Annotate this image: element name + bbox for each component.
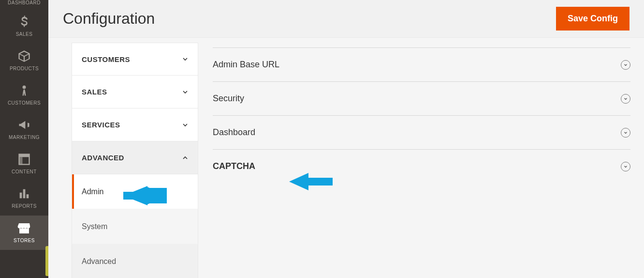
svg-rect-2	[19, 157, 23, 164]
store-icon	[17, 221, 31, 235]
svg-rect-1	[19, 154, 29, 157]
config-group-customers[interactable]: CUSTOMERS	[72, 43, 198, 76]
section-title: Admin Base URL	[213, 60, 279, 70]
nav-label: PRODUCTS	[0, 66, 48, 71]
chevron-up-icon	[181, 154, 189, 162]
nav-label: CONTENT	[0, 169, 48, 174]
expand-icon	[621, 128, 630, 138]
chevron-down-icon	[181, 121, 189, 129]
bars-icon	[17, 187, 31, 201]
nav-item-content[interactable]: CONTENT	[0, 147, 48, 181]
svg-rect-4	[23, 189, 26, 199]
section-dashboard[interactable]: Dashboard	[213, 115, 630, 149]
page-title: Configuration	[63, 10, 155, 28]
nav-item-customers[interactable]: CUSTOMERS	[0, 78, 48, 112]
config-group-label: ADVANCED	[82, 154, 124, 162]
section-admin-base-url[interactable]: Admin Base URL	[213, 47, 630, 81]
section-title: Dashboard	[213, 127, 255, 138]
nav-label: MARKETING	[0, 135, 48, 140]
admin-left-nav: DASHBOARD SALES PRODUCTS CUSTOMERS MARKE…	[0, 0, 48, 278]
person-icon	[17, 84, 31, 97]
chevron-down-icon	[181, 55, 189, 63]
nav-label: REPORTS	[0, 203, 48, 209]
config-tab-advanced[interactable]: Advanced	[72, 244, 198, 278]
nav-item-sales[interactable]: SALES	[0, 9, 48, 44]
dollar-icon	[17, 15, 31, 29]
page-header: Configuration Save Config	[48, 0, 644, 38]
box-icon	[17, 49, 31, 63]
nav-label: STORES	[0, 238, 48, 243]
nav-item-dashboard[interactable]: DASHBOARD	[0, 0, 48, 9]
nav-item-products[interactable]: PRODUCTS	[0, 44, 48, 78]
expand-icon	[621, 60, 630, 70]
config-group-sales[interactable]: SALES	[72, 76, 198, 108]
svg-rect-5	[27, 194, 29, 198]
svg-rect-3	[20, 193, 22, 199]
expand-icon	[621, 94, 630, 104]
nav-label: DASHBOARD	[0, 0, 48, 5]
config-tabs-panel: CUSTOMERS SALES SERVICES ADVANCED Admin	[72, 43, 198, 278]
layout-icon	[17, 153, 31, 166]
section-security[interactable]: Security	[213, 81, 630, 115]
config-tab-label: Advanced	[82, 257, 116, 266]
save-config-button[interactable]: Save Config	[556, 7, 629, 31]
config-tab-label: Admin	[82, 187, 103, 196]
config-group-label: SALES	[82, 88, 107, 96]
nav-item-reports[interactable]: REPORTS	[0, 181, 48, 216]
config-group-label: SERVICES	[82, 121, 120, 129]
nav-label: SALES	[0, 31, 48, 37]
config-tab-admin[interactable]: Admin	[72, 174, 198, 209]
section-title: Security	[213, 93, 244, 104]
section-title: CAPTCHA	[213, 161, 255, 171]
megaphone-icon	[17, 118, 31, 132]
config-group-label: CUSTOMERS	[82, 55, 130, 63]
config-tab-label: System	[82, 222, 107, 231]
expand-icon	[621, 162, 630, 171]
nav-item-marketing[interactable]: MARKETING	[0, 112, 48, 147]
settings-sections: Admin Base URL Security Dashboard CAPTCH…	[213, 43, 633, 278]
config-group-services[interactable]: SERVICES	[72, 108, 198, 141]
main-area: CUSTOMERS SALES SERVICES ADVANCED Admin	[48, 38, 644, 278]
nav-label: CUSTOMERS	[0, 100, 48, 106]
config-group-advanced[interactable]: ADVANCED	[72, 141, 198, 174]
chevron-down-icon	[181, 88, 189, 96]
section-captcha[interactable]: CAPTCHA	[213, 149, 630, 183]
config-tab-system[interactable]: System	[72, 209, 198, 244]
nav-item-stores[interactable]: STORES	[0, 216, 48, 250]
